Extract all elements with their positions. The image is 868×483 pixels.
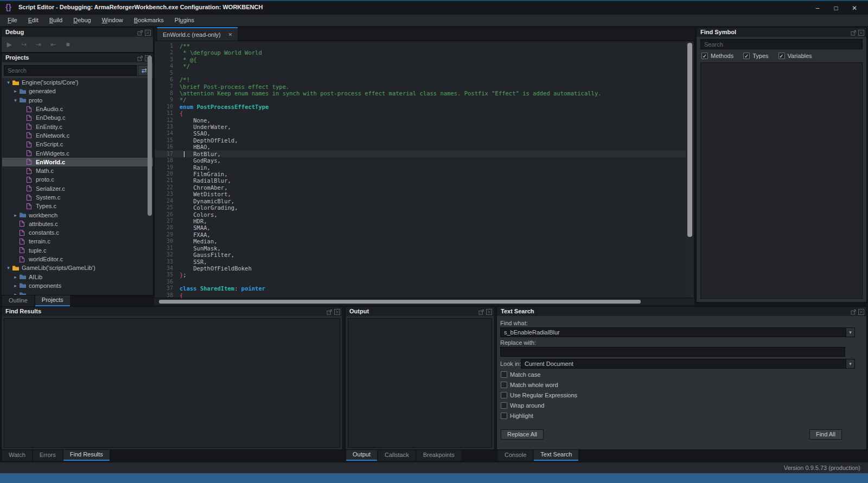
project-tree[interactable]: ▾Engine('scripts/Core')▸generated▾protoE… <box>2 78 153 295</box>
find-symbol-search-input[interactable] <box>700 39 863 49</box>
line-number: 33 <box>155 259 176 265</box>
checkbox-wrap-around[interactable]: Wrap around <box>501 402 577 409</box>
menu-item-edit[interactable]: Edit <box>23 15 44 26</box>
editor-hscrollbar-track[interactable] <box>154 298 694 305</box>
tree-item-gamelib-scripts-gamelib-[interactable]: ▾GameLib('scripts/GameLib') <box>2 263 153 272</box>
output-content[interactable] <box>348 318 492 448</box>
float-panel-icon[interactable] <box>851 308 857 314</box>
checkbox-match-whole-word[interactable]: Match whole word <box>501 382 577 388</box>
checkbox-methods[interactable]: ✓Methods <box>701 53 733 59</box>
chevron-down-icon[interactable]: ▾ <box>5 265 12 271</box>
tree-item-endebug-c[interactable]: EnDebug.c <box>2 113 153 122</box>
tree-item-system-c[interactable]: System.c <box>2 193 153 202</box>
text-search-tab-console[interactable]: Console <box>498 450 533 461</box>
maximize-button[interactable]: □ <box>830 3 842 13</box>
checkbox-types[interactable]: ✓Types <box>743 53 768 59</box>
chevron-right-icon[interactable]: ▸ <box>12 88 19 94</box>
find-results-tab-errors[interactable]: Errors <box>33 450 62 461</box>
tree-item-enwidgets-c[interactable]: EnWidgets.c <box>2 149 153 157</box>
run-button[interactable]: ▶ <box>4 39 15 50</box>
checkbox-highlight[interactable]: Highlight <box>501 413 577 419</box>
checkbox-match-case[interactable]: Match case <box>501 371 577 378</box>
tree-item-terrain-c[interactable]: terrain.c <box>2 237 153 246</box>
text-search-tab-text-search[interactable]: Text Search <box>534 450 578 461</box>
close-button[interactable]: ✕ <box>848 3 860 13</box>
menu-item-window[interactable]: Window <box>97 15 129 26</box>
tree-item-proto[interactable]: ▾proto <box>2 96 153 105</box>
tree-item-proto-c[interactable]: proto.c <box>2 175 153 184</box>
tree-item-engine-scripts-core-[interactable]: ▾Engine('scripts/Core') <box>2 78 153 87</box>
chevron-right-icon[interactable]: ▸ <box>12 212 19 218</box>
chevron-right-icon[interactable]: ▸ <box>12 292 19 295</box>
chevron-down-icon[interactable]: ▾ <box>846 359 854 368</box>
tree-item-workbench[interactable]: ▸workbench <box>2 210 153 219</box>
tree-item-enaudio-c[interactable]: EnAudio.c <box>2 105 153 113</box>
float-panel-icon[interactable] <box>137 55 143 61</box>
chevron-right-icon[interactable]: ▸ <box>12 283 19 288</box>
tree-item-enentity-c[interactable]: EnEntity.c <box>2 122 153 131</box>
find-what-combo[interactable]: s_bEnableRadialBlur ▾ <box>500 327 855 337</box>
projects-search-input[interactable] <box>4 65 137 76</box>
close-panel-icon[interactable] <box>486 308 492 314</box>
close-panel-icon[interactable] <box>334 308 340 314</box>
menu-item-file[interactable]: File <box>2 15 23 26</box>
editor-vscrollbar-track[interactable] <box>686 41 694 298</box>
editor-hscrollbar-thumb[interactable] <box>159 300 641 304</box>
minimize-button[interactable]: – <box>812 3 824 13</box>
chevron-down-icon[interactable]: ▾ <box>5 80 12 85</box>
editor-vscrollbar-thumb[interactable] <box>687 43 692 237</box>
look-in-combo[interactable]: Current Document ▾ <box>521 359 855 369</box>
tree-item-ennetwork-c[interactable]: EnNetwork.c <box>2 131 153 140</box>
tree-item-math-c[interactable]: Math.c <box>2 166 153 175</box>
replace-with-input[interactable] <box>500 347 845 357</box>
tree-scrollbar-thumb[interactable] <box>148 56 152 216</box>
tab-close-icon[interactable]: ✕ <box>228 32 233 37</box>
tree-item-attributes-c[interactable]: attributes.c <box>2 220 153 228</box>
stop-button[interactable]: ■ <box>62 39 73 50</box>
chevron-down-icon[interactable]: ▾ <box>846 328 854 337</box>
sidebar-tab-outline[interactable]: Outline <box>2 295 34 306</box>
float-panel-icon[interactable] <box>478 308 484 314</box>
checkbox-use-regular-expressions[interactable]: Use Regular Expressions <box>501 392 577 398</box>
step-in-button[interactable]: ⇥ <box>33 39 44 50</box>
chevron-right-icon[interactable]: ▸ <box>12 274 19 280</box>
tree-item-constants-c[interactable]: constants.c <box>2 228 153 237</box>
tree-item-generated[interactable]: ▸generated <box>2 87 153 95</box>
tree-item-types-c[interactable]: Types.c <box>2 202 153 210</box>
editor-tab-enworld[interactable]: EnWorld.c (read-only) ✕ <box>157 27 238 41</box>
tree-item-worldeditor-c[interactable]: worldEditor.c <box>2 255 153 263</box>
menu-item-build[interactable]: Build <box>44 15 68 26</box>
output-tab-breakpoints[interactable]: Breakpoints <box>417 450 461 461</box>
checkbox-variables[interactable]: ✓Variables <box>778 53 812 59</box>
float-panel-icon[interactable] <box>327 308 333 314</box>
output-tab-callstack[interactable]: Callstack <box>378 450 416 461</box>
menu-item-plugins[interactable]: Plugins <box>169 15 200 26</box>
float-panel-icon[interactable] <box>851 29 857 35</box>
tree-item-components[interactable]: ▸components <box>2 281 153 290</box>
find-symbol-results-list[interactable] <box>700 62 863 299</box>
chevron-down-icon[interactable]: ▾ <box>12 98 19 103</box>
sidebar-tab-projects[interactable]: Projects <box>35 295 70 306</box>
tree-item-item[interactable]: ▸ <box>2 290 153 295</box>
close-panel-icon[interactable] <box>145 29 151 35</box>
find-results-tab-watch[interactable]: Watch <box>2 450 32 461</box>
close-panel-icon[interactable] <box>858 308 864 314</box>
output-tab-output[interactable]: Output <box>346 450 377 461</box>
find-results-tab-find-results[interactable]: Find Results <box>63 450 110 461</box>
find-results-content[interactable] <box>4 318 340 448</box>
tree-item-enscript-c[interactable]: EnScript.c <box>2 140 153 149</box>
tree-item-enworld-c[interactable]: EnWorld.c <box>2 158 153 166</box>
menu-item-bookmarks[interactable]: Bookmarks <box>129 15 169 26</box>
find-all-button[interactable]: Find All <box>809 429 842 440</box>
step-over-button[interactable]: ↪ <box>18 39 29 50</box>
tree-item-serializer-c[interactable]: Serializer.c <box>2 184 153 193</box>
menu-item-debug[interactable]: Debug <box>68 15 96 26</box>
close-panel-icon[interactable] <box>858 29 864 35</box>
code-editor[interactable]: 1234567891011121314151617181920212223242… <box>154 41 694 298</box>
float-panel-icon[interactable] <box>137 29 143 35</box>
line-number: 23 <box>155 191 176 197</box>
tree-item-tuple-c[interactable]: tuple.c <box>2 246 153 255</box>
step-out-button[interactable]: ⇤ <box>48 39 59 50</box>
tree-item-ailib[interactable]: ▸AILib <box>2 273 153 281</box>
replace-all-button[interactable]: Replace All <box>501 429 544 440</box>
